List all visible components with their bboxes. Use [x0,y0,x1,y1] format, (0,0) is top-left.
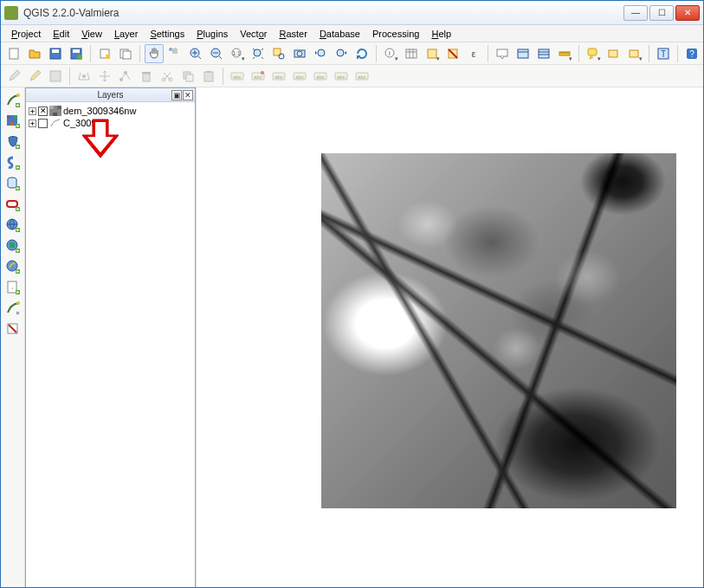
layer-checkbox[interactable]: ✕ [38,107,48,116]
current-edits-button[interactable] [4,67,23,86]
zoom-native-button[interactable]: 1:1 [228,44,247,63]
add-postgis-layer-button[interactable] [3,132,23,152]
svg-rect-82 [10,242,15,248]
add-wcs-layer-button[interactable] [3,236,23,255]
measure-button[interactable] [555,44,574,63]
svg-rect-50 [207,71,210,73]
svg-text:abc: abc [358,74,366,80]
add-wfs-layer-button[interactable] [3,257,23,276]
labels-button[interactable] [604,44,623,63]
add-wms-layer-button[interactable] [3,216,23,235]
map-tips-button[interactable] [493,44,512,63]
add-feature-button[interactable] [74,67,94,86]
menu-vector[interactable]: Vector [235,27,272,41]
menu-settings[interactable]: Settings [145,27,190,41]
menu-view[interactable]: View [76,27,107,41]
abc-label-3-button[interactable]: abc [269,67,288,86]
zoom-last-button[interactable] [311,44,330,63]
deselect-button[interactable] [443,44,462,63]
svg-point-19 [318,49,325,56]
layers-tree[interactable]: + ✕ dem_3009346nw + ✕ C_3009 [26,102,195,588]
svg-text:abc: abc [316,74,325,80]
zoom-out-button[interactable] [207,44,226,63]
manage-layers-toolbar: , [1,87,25,588]
add-spatialite-layer-button[interactable] [3,153,23,172]
pan-button[interactable] [145,44,164,63]
zoom-next-button[interactable] [332,44,351,63]
open-project-button[interactable] [25,44,44,63]
annotation-button[interactable] [584,44,603,63]
dem-raster-render [321,153,676,508]
remove-layer-button[interactable] [3,320,23,339]
add-delimited-text-button[interactable]: , [3,278,23,297]
delete-selected-button[interactable] [137,67,156,86]
map-canvas[interactable] [196,87,703,588]
print-composer-button[interactable] [95,44,114,63]
menu-raster[interactable]: Raster [274,27,312,41]
select-by-expression-button[interactable]: ε [464,44,483,63]
layer-item-vector[interactable]: + ✕ C_3009 [29,117,192,129]
copy-features-button[interactable] [178,67,197,86]
add-mssql-layer-button[interactable] [3,174,23,193]
labels-dropdown-button[interactable] [625,44,644,63]
minimize-button[interactable]: — [623,5,648,21]
move-feature-button[interactable] [95,67,114,86]
toggle-editing-button[interactable] [25,67,44,86]
zoom-to-selection-button[interactable] [269,44,288,63]
maximize-button[interactable]: ☐ [649,5,674,21]
node-tool-button[interactable] [116,67,135,86]
new-shapefile-button[interactable] [3,299,23,318]
refresh-button[interactable] [352,44,371,63]
toolbar-row-1: 1:1 i ε T ? ? [1,42,703,65]
layers-panel-header[interactable]: Layers ▣ ✕ [26,88,195,102]
open-attribute-table-button[interactable] [402,44,421,63]
save-edits-button[interactable] [46,67,65,86]
save-project-button[interactable] [46,44,65,63]
menu-database[interactable]: Database [314,27,365,41]
add-oracle-layer-button[interactable] [3,195,23,214]
pan-to-selection-button[interactable] [165,44,184,63]
composer-manager-button[interactable] [116,44,135,63]
abc-label-7-button[interactable]: abc [352,67,371,86]
menu-project[interactable]: Project [6,27,46,41]
svg-rect-92 [49,106,54,109]
paste-features-button[interactable] [199,67,218,86]
abc-label-6-button[interactable]: abc [332,67,351,86]
close-panel-button[interactable]: ✕ [183,90,193,100]
identify-button[interactable]: i [381,44,400,63]
abc-label-1-button[interactable]: abc [228,67,247,86]
menu-help[interactable]: Help [426,27,456,41]
close-button[interactable]: ✕ [675,5,700,21]
menu-processing[interactable]: Processing [367,27,424,41]
expand-icon[interactable]: + [29,120,36,127]
layer-item-dem[interactable]: + ✕ dem_3009346nw [29,105,192,117]
abc-label-4-button[interactable]: abc [290,67,309,86]
add-raster-layer-button[interactable] [3,112,23,131]
main-area: , Layers ▣ ✕ + ✕ dem_3009346nw + ✕ C_300… [1,87,703,588]
help-button[interactable]: ? [682,44,701,63]
show-bookmarks-button[interactable] [534,44,553,63]
zoom-in-button[interactable] [186,44,205,63]
svg-point-20 [337,49,344,56]
abc-label-2-button[interactable]: abc [249,67,268,86]
menu-edit[interactable]: Edit [48,27,74,41]
zoom-to-layer-button[interactable] [290,44,309,63]
select-button[interactable] [423,44,442,63]
menu-plugins[interactable]: Plugins [191,27,233,41]
save-as-button[interactable] [67,44,86,63]
new-bookmark-button[interactable] [513,44,533,63]
svg-rect-0 [10,48,18,59]
add-vector-layer-button[interactable] [3,91,23,110]
zoom-full-button[interactable] [249,44,268,63]
new-project-button[interactable] [4,44,23,63]
layer-checkbox[interactable]: ✕ [38,119,48,128]
layer-label: dem_3009346nw [63,106,136,116]
svg-text:i: i [389,49,391,57]
expand-icon[interactable]: + [29,107,36,115]
svg-rect-70 [14,115,17,119]
abc-label-5-button[interactable]: abc [311,67,330,86]
menu-layer[interactable]: Layer [109,27,144,41]
text-annotation-button[interactable]: T [654,44,673,63]
undock-panel-button[interactable]: ▣ [171,90,182,100]
cut-features-button[interactable] [158,67,177,86]
